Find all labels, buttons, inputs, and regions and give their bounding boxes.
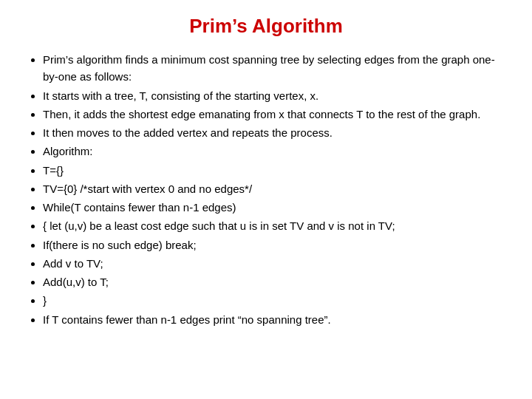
bullet-list: Prim’s algorithm finds a minimum cost sp…	[22, 51, 510, 328]
list-item: }	[43, 292, 510, 309]
list-item: It then moves to the added vertex and re…	[43, 124, 510, 141]
list-item: Add(u,v) to T;	[43, 273, 510, 290]
list-item: Prim’s algorithm finds a minimum cost sp…	[43, 51, 510, 86]
list-item: If T contains fewer than n-1 edges print…	[43, 311, 510, 328]
list-item: While(T contains fewer than n-1 edges)	[43, 199, 510, 216]
page-title: Prim’s Algorithm	[22, 15, 510, 38]
list-item: TV={0} /*start with vertex 0 and no edge…	[43, 180, 510, 197]
list-item: { let (u,v) be a least cost edge such th…	[43, 217, 510, 234]
list-item: Algorithm:	[43, 143, 510, 160]
list-item: Then, it adds the shortest edge emanatin…	[43, 106, 510, 123]
list-item: If(there is no such edge) break;	[43, 236, 510, 253]
page-container: Prim’s Algorithm Prim’s algorithm finds …	[0, 0, 532, 399]
list-item: T={}	[43, 162, 510, 179]
list-item: Add v to TV;	[43, 255, 510, 272]
list-item: It starts with a tree, T, consisting of …	[43, 87, 510, 104]
